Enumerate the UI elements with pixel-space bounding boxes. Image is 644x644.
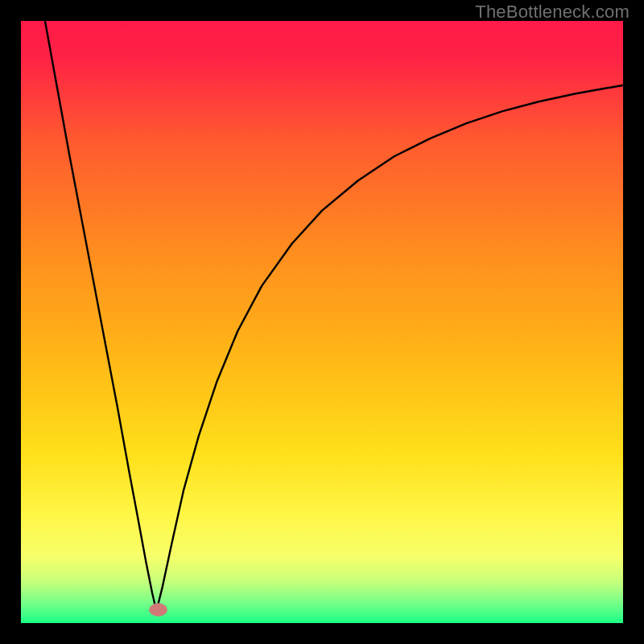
watermark-text: TheBottleneck.com (475, 2, 630, 23)
gradient-background (21, 21, 623, 623)
plot-area (21, 21, 623, 623)
chart-frame: TheBottleneck.com (0, 0, 644, 644)
minimum-marker (149, 603, 167, 616)
chart-svg (21, 21, 623, 623)
